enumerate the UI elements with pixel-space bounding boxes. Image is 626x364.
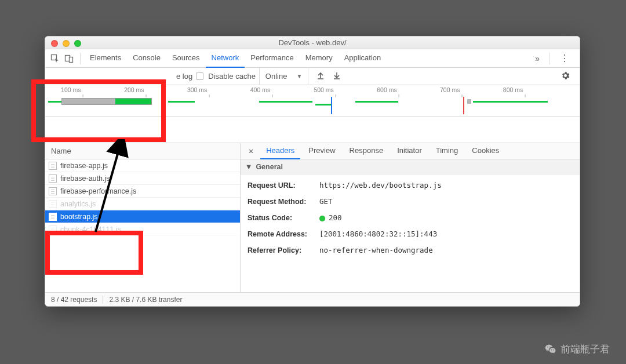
content-area: Name firebase-app.js firebase-auth.js fi…: [45, 143, 580, 292]
request-bar: [48, 101, 61, 103]
svg-rect-2: [70, 57, 73, 62]
request-bar: [473, 101, 548, 103]
divider: [80, 53, 81, 64]
request-row[interactable]: chunk-4c1b4111.js: [45, 223, 240, 236]
status-bar: 8 / 42 requests 2.3 KB / 7.6 KB transfer: [45, 292, 580, 306]
request-row-selected[interactable]: bootstrap.js: [45, 210, 240, 223]
download-har-icon[interactable]: [333, 71, 341, 81]
request-bar: [168, 101, 195, 103]
request-list: firebase-app.js firebase-auth.js firebas…: [45, 159, 240, 292]
preserve-log-label: e log: [176, 72, 192, 81]
gear-icon[interactable]: [561, 71, 576, 82]
overflow-tabs-icon[interactable]: »: [529, 54, 545, 63]
tab-sources[interactable]: Sources: [166, 49, 206, 68]
divider: [103, 296, 103, 304]
tick-label: 400 ms: [250, 86, 270, 93]
wechat-icon: [544, 343, 557, 356]
request-method-label: Request Method:: [248, 195, 319, 208]
timeline-overview[interactable]: 100 ms 200 ms 300 ms 400 ms 500 ms 600 m…: [45, 85, 580, 117]
device-toggle-icon[interactable]: [63, 52, 75, 65]
request-method-value: GET: [319, 195, 333, 208]
request-name: chunk-4c1b4111.js: [60, 225, 121, 234]
tab-console[interactable]: Console: [127, 49, 166, 68]
remote-address-value: [2001:4860:4802:32::15]:443: [319, 228, 437, 241]
request-name: firebase-app.js: [60, 162, 108, 170]
transfer-size: 2.3 KB / 7.6 KB transfer: [109, 296, 182, 304]
close-icon[interactable]: [51, 40, 58, 47]
request-row[interactable]: firebase-auth.js: [45, 172, 240, 185]
request-name: bootstrap.js: [60, 213, 98, 221]
request-name: firebase-performance.js: [60, 187, 136, 195]
status-dot-icon: [319, 216, 325, 221]
referrer-policy-label: Referrer Policy:: [248, 244, 319, 257]
file-icon: [49, 225, 57, 234]
general-section-head[interactable]: ▼ General: [241, 159, 580, 174]
load-line: [463, 97, 464, 114]
tick-label: 200 ms: [124, 86, 144, 93]
file-icon: [49, 200, 57, 208]
col-name-label: Name: [51, 147, 71, 155]
throttling-select[interactable]: Online ▼: [259, 68, 308, 85]
status-code-label: Status Code:: [248, 212, 319, 224]
tab-application[interactable]: Application: [339, 49, 387, 68]
general-section-body: Request URL:https://web.dev/bootstrap.js…: [241, 174, 580, 265]
request-name: analytics.js: [60, 200, 96, 208]
detail-tab-timing[interactable]: Timing: [430, 143, 464, 159]
tick-label: 700 ms: [440, 86, 460, 93]
request-url-label: Request URL:: [248, 179, 319, 192]
domcontentloaded-line: [331, 97, 332, 114]
watermark: 前端瓶子君: [544, 343, 610, 356]
throttling-value: Online: [265, 72, 287, 81]
tick-label: 100 ms: [61, 86, 81, 93]
file-icon: [49, 187, 57, 195]
titlebar[interactable]: DevTools - web.dev/: [45, 37, 580, 49]
panel-tabs: Elements Console Sources Network Perform…: [45, 49, 580, 68]
window-title: DevTools - web.dev/: [45, 37, 580, 49]
detail-tab-initiator[interactable]: Initiator: [391, 143, 428, 159]
kebab-menu-icon[interactable]: ⋮: [553, 53, 576, 64]
detail-tab-preview[interactable]: Preview: [303, 143, 341, 159]
detail-tab-headers[interactable]: Headers: [260, 143, 300, 159]
disclosure-triangle-icon: ▼: [245, 163, 252, 171]
tick-label: 600 ms: [377, 86, 396, 93]
request-name: firebase-auth.js: [60, 174, 110, 183]
file-icon: [49, 162, 57, 170]
request-row[interactable]: firebase-performance.js: [45, 185, 240, 198]
tick-label: 300 ms: [187, 86, 207, 93]
tab-performance[interactable]: Performance: [245, 49, 299, 68]
devtools-window: DevTools - web.dev/ Elements Console Sou…: [45, 36, 580, 307]
tick-label: 800 ms: [503, 86, 523, 93]
inspect-icon[interactable]: [49, 52, 61, 65]
overview-body: [45, 97, 580, 114]
traffic-lights: [51, 40, 81, 47]
detail-tab-response[interactable]: Response: [344, 143, 390, 159]
request-row[interactable]: analytics.js: [45, 198, 240, 210]
requests-count: 8 / 42 requests: [51, 296, 97, 304]
disable-cache-checkbox[interactable]: [196, 72, 203, 80]
status-code-value: 200: [329, 213, 342, 222]
close-detail-icon[interactable]: ×: [244, 147, 258, 156]
request-bar: [259, 101, 312, 103]
column-header[interactable]: Name: [45, 143, 240, 159]
divider: [549, 53, 549, 64]
network-toolbar: e log Disable cache Online ▼: [45, 68, 580, 85]
tab-network[interactable]: Network: [206, 49, 245, 68]
request-list-pane: Name firebase-app.js firebase-auth.js fi…: [45, 143, 241, 292]
request-bar: [467, 99, 471, 104]
detail-pane: × Headers Preview Response Initiator Tim…: [241, 143, 580, 292]
request-bar: [355, 101, 398, 103]
file-icon: [49, 213, 57, 221]
tab-elements[interactable]: Elements: [84, 49, 127, 68]
tab-memory[interactable]: Memory: [300, 49, 339, 68]
upload-har-icon[interactable]: [316, 71, 325, 81]
timeline-ticks: 100 ms 200 ms 300 ms 400 ms 500 ms 600 m…: [45, 86, 580, 97]
filter-row-area: [45, 117, 580, 143]
disable-cache-label: Disable cache: [208, 72, 256, 81]
referrer-policy-value: no-referrer-when-downgrade: [319, 244, 433, 257]
tick-label: 500 ms: [314, 86, 333, 93]
request-bar: [315, 104, 332, 105]
maximize-icon[interactable]: [74, 40, 81, 47]
detail-tab-cookies[interactable]: Cookies: [466, 143, 505, 159]
minimize-icon[interactable]: [63, 40, 70, 47]
request-row[interactable]: firebase-app.js: [45, 159, 240, 172]
